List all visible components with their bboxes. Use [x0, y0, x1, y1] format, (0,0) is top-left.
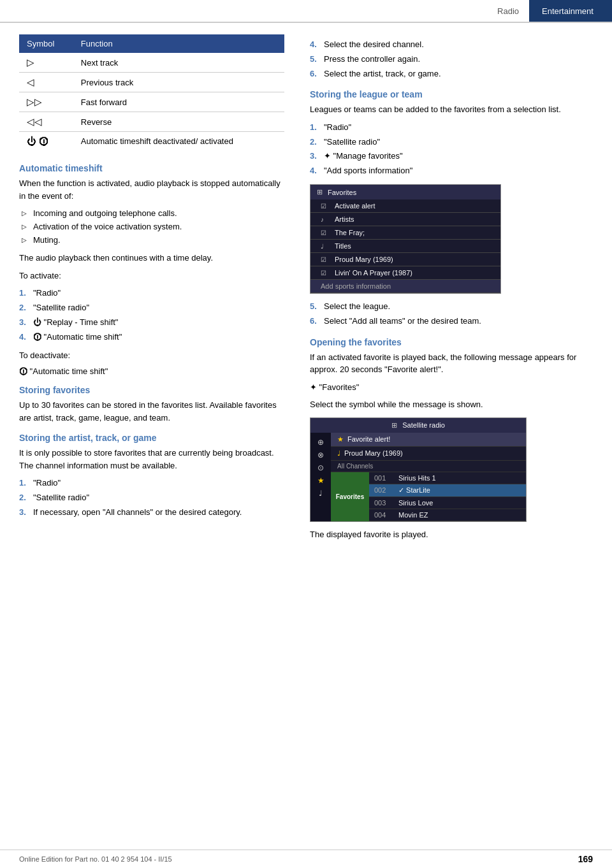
- step-number: 4.: [310, 164, 324, 178]
- sat-header-icon: ⊞: [391, 421, 397, 430]
- list-item: 4.Select the desired channel.: [310, 38, 597, 52]
- item-label: Artists: [335, 215, 354, 223]
- item-icon: ☑: [321, 256, 330, 263]
- activate-steps: 1."Radio"2."Satellite radio"3.⏻ "Replay …: [19, 287, 284, 344]
- function-cell: Next track: [73, 53, 284, 73]
- all-channels-label: All Channels: [331, 461, 526, 472]
- list-item: 003Sirius Love: [369, 497, 526, 509]
- sat-header-label: Satellite radio: [402, 421, 445, 429]
- league-steps: 1."Radio"2."Satellite radio"3.✦ "Manage …: [310, 121, 597, 178]
- item-label: Livin' On A Prayer (1987): [335, 269, 412, 277]
- main-content: Symbol Function ▷Next track◁Previous tra…: [0, 23, 612, 546]
- page-number: 169: [578, 854, 593, 864]
- channel-number: 003: [374, 499, 392, 507]
- list-item: 001Sirius Hits 1: [369, 472, 526, 484]
- opening-favorites-para3: Select the symbol while the message is s…: [310, 398, 597, 411]
- function-cell: Previous track: [73, 73, 284, 92]
- step-text: Press the controller again.: [324, 53, 597, 66]
- list-item: Activation of the voice activation syste…: [19, 221, 284, 234]
- step-text: "Add sports information": [324, 164, 597, 178]
- league-steps-56: 5.Select the league.6.Select "Add all te…: [310, 300, 597, 328]
- step-text: "Radio": [33, 287, 284, 300]
- step-number: 4.: [19, 331, 33, 344]
- item-label: The Fray;: [335, 229, 365, 236]
- list-item: Incoming and outgoing telephone calls.: [19, 207, 284, 221]
- step-number: 3.: [310, 150, 324, 163]
- alert-label: Favorite alert!: [347, 435, 390, 443]
- step-text: ⏼ "Automatic time shift": [33, 331, 284, 344]
- favorites-mockup-header: ⊞ Favorites: [310, 185, 500, 199]
- favorites-items: ☑Activate alert♪Artists☑The Fray;♩Titles…: [310, 199, 500, 280]
- step-number: 4.: [310, 38, 324, 52]
- opening-favorites-para4: The displayed favorite is played.: [310, 528, 597, 541]
- artist-steps: 1."Radio"2."Satellite radio"3.If necessa…: [19, 477, 284, 519]
- col-symbol: Symbol: [19, 34, 73, 53]
- footer-text: Online Edition for Part no. 01 40 2 954 …: [19, 855, 172, 863]
- sat-top-section: ⊕ ⊗ ⊙ ★ ♩ ★Favorite alert!♩Proud Mary (1…: [310, 433, 526, 521]
- sat-fav-label: Favorites: [331, 472, 369, 521]
- step-text: Select the desired channel.: [324, 38, 597, 52]
- sat-icon-2: ⊗: [317, 451, 324, 459]
- automatic-timeshift-para3: To activate:: [19, 270, 284, 282]
- storing-favorites-heading: Storing favorites: [19, 385, 284, 395]
- storing-league-heading: Storing the league or team: [310, 89, 597, 99]
- step-number: 1.: [19, 287, 33, 300]
- channel-name: ✓ StarLite: [398, 486, 430, 495]
- list-item: 3.✦ "Manage favorites": [310, 150, 597, 163]
- alert-icon: ★: [337, 435, 344, 444]
- step-text: "Radio": [324, 121, 597, 134]
- channel-name: Sirius Love: [398, 499, 433, 507]
- storing-favorites-para1: Up to 30 favorites can be stored in the …: [19, 399, 284, 424]
- satellite-radio-mockup: ⊞ Satellite radio ⊕ ⊗ ⊙ ★ ♩ ★Favorite al…: [310, 417, 527, 522]
- sat-channel-list: 001Sirius Hits 1002✓ StarLite003Sirius L…: [369, 472, 526, 521]
- function-cell: Automatic timeshift deactivated/ activat…: [73, 132, 284, 151]
- alert-icon: ♩: [337, 449, 340, 458]
- item-icon: ♩: [321, 243, 330, 250]
- step-text: "Satellite radio": [33, 301, 284, 315]
- list-item: ♩Proud Mary (1969): [331, 447, 526, 461]
- header-entertainment-label: Entertainment: [529, 0, 612, 22]
- channel-number: 002: [374, 486, 392, 495]
- symbol-cell: ▷: [19, 53, 73, 73]
- page-header: Radio Entertainment: [0, 0, 612, 23]
- storing-artist-para1: It is only possible to store favorites t…: [19, 447, 284, 472]
- list-item: ♩Titles: [310, 240, 500, 253]
- list-item: ♪Artists: [310, 213, 500, 226]
- function-cell: Reverse: [73, 112, 284, 132]
- sat-left-icons: ⊕ ⊗ ⊙ ★ ♩: [310, 433, 331, 521]
- table-row: ▷▷Fast forward: [19, 92, 284, 112]
- list-item: ☑Livin' On A Prayer (1987): [310, 266, 500, 280]
- step-number: 3.: [19, 506, 33, 519]
- list-item: 004Movin EZ: [369, 509, 526, 521]
- item-icon: ☑: [321, 270, 330, 277]
- item-label: Titles: [335, 242, 351, 250]
- step-text: Select "Add all teams" or the desired te…: [324, 315, 597, 328]
- list-item: 3.If necessary, open "All channels" or t…: [19, 506, 284, 519]
- function-cell: Fast forward: [73, 92, 284, 112]
- sat-icon-3: ⊙: [317, 463, 324, 472]
- list-item: 2."Satellite radio": [310, 136, 597, 149]
- alert-label: Proud Mary (1969): [344, 449, 403, 457]
- channel-name: Sirius Hits 1: [398, 474, 436, 482]
- step-number: 5.: [310, 53, 324, 66]
- list-item: 2."Satellite radio": [19, 301, 284, 315]
- channel-number: 004: [374, 511, 392, 519]
- sat-mockup-header: ⊞ Satellite radio: [310, 418, 526, 433]
- step-text: ✦ "Manage favorites": [324, 150, 597, 163]
- sat-icon-1: ⊕: [317, 438, 324, 447]
- automatic-timeshift-para1: When the function is activated, audio pl…: [19, 177, 284, 202]
- favorites-icon: ⊞: [317, 188, 323, 196]
- item-label: Activate alert: [335, 202, 375, 210]
- list-item: 4."Add sports information": [310, 164, 597, 178]
- opening-favorites-para1: If an activated favorite is played back,…: [310, 351, 597, 376]
- sat-alerts: ★Favorite alert!♩Proud Mary (1969): [331, 433, 526, 461]
- list-item: 3.⏻ "Replay - Time shift": [19, 316, 284, 329]
- step-number: 1.: [19, 477, 33, 490]
- step-number: 6.: [310, 315, 324, 328]
- channel-name: Movin EZ: [398, 511, 428, 519]
- list-item: 1."Radio": [19, 287, 284, 300]
- automatic-timeshift-para2: The audio playback then continues with a…: [19, 252, 284, 264]
- left-column: Symbol Function ▷Next track◁Previous tra…: [0, 34, 300, 546]
- channel-number: 001: [374, 474, 392, 482]
- list-item: 5.Press the controller again.: [310, 53, 597, 66]
